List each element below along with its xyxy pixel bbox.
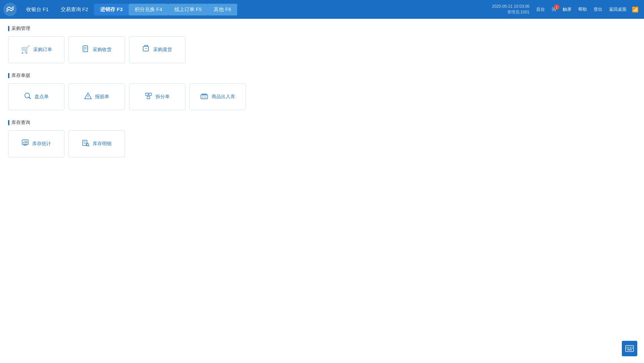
inout-label: 商品出入库 (212, 94, 235, 100)
touchscreen-button[interactable]: 触屏 (560, 5, 574, 14)
section-title-inventory-query: 库存查询 (8, 120, 636, 126)
section-title-inventory-docs: 库存单据 (8, 73, 636, 79)
svg-rect-41 (632, 348, 633, 349)
card-stocktake[interactable]: 盘点单 (8, 83, 65, 110)
svg-rect-26 (25, 141, 26, 144)
card-stock-stats[interactable]: 库存统计 (8, 130, 65, 157)
svg-rect-40 (630, 348, 631, 349)
purchase-order-icon: 🛒 (21, 45, 30, 54)
stock-stats-icon (22, 139, 29, 149)
damage-icon (84, 92, 92, 102)
svg-rect-28 (83, 140, 87, 146)
card-purchase-receipt[interactable]: 采购收货 (69, 36, 125, 63)
keyboard-button[interactable] (622, 341, 637, 356)
card-stock-detail[interactable]: 库存明细 (69, 130, 125, 157)
inventory-docs-cards-row: 盘点单 报损单 (8, 83, 636, 110)
card-purchase-return[interactable]: 采购退货 (129, 36, 185, 63)
stock-stats-label: 库存统计 (32, 141, 51, 147)
section-inventory-query: 库存查询 库存统计 (8, 120, 636, 157)
tab-other[interactable]: 其他 F6 (208, 4, 237, 15)
svg-rect-27 (26, 141, 27, 144)
split-icon (145, 92, 152, 102)
purchase-receipt-label: 采购收货 (93, 47, 112, 53)
datetime-text: 2020-05-21 10:03:06 (492, 4, 529, 9)
tab-online[interactable]: 线上订单 F5 (168, 4, 208, 15)
section-purchase-mgmt: 采购管理 🛒 采购订单 采购收货 (8, 26, 636, 63)
stock-detail-icon (82, 139, 89, 149)
logo-icon (3, 3, 17, 16)
svg-rect-13 (149, 93, 152, 95)
stock-detail-label: 库存明细 (93, 141, 112, 147)
header-datetime-admin: 2020-05-21 10:03:06 管理员:1001 (492, 4, 529, 15)
svg-line-8 (29, 97, 31, 99)
notification-badge: 1 (554, 4, 559, 10)
svg-rect-12 (145, 93, 148, 95)
main-content: 采购管理 🛒 采购订单 采购收货 (0, 19, 644, 363)
purchase-return-label: 采购退货 (153, 47, 172, 53)
admin-text: 管理员:1001 (492, 9, 529, 15)
purchase-cards-row: 🛒 采购订单 采购收货 (8, 36, 636, 63)
inventory-query-cards-row: 库存统计 库存明细 (8, 130, 636, 157)
tab-transaction[interactable]: 交易查询 F2 (55, 4, 94, 15)
purchase-receipt-icon (82, 45, 89, 54)
notification-button[interactable]: 消 1 (549, 5, 559, 14)
nav-tabs: 收银台 F1 交易查询 F2 进销存 F3 积分兑换 F4 线上订单 F5 其他… (20, 4, 492, 15)
card-damage[interactable]: 报损单 (69, 83, 125, 110)
logout-button[interactable]: 登出 (591, 5, 605, 14)
svg-rect-25 (23, 142, 24, 144)
svg-rect-5 (143, 46, 148, 51)
svg-rect-14 (147, 96, 150, 99)
svg-rect-38 (627, 348, 628, 349)
wifi-icon: 📶 (632, 6, 639, 13)
svg-rect-37 (632, 347, 633, 348)
svg-point-0 (3, 3, 17, 16)
svg-rect-34 (627, 347, 628, 348)
stocktake-icon (24, 92, 31, 102)
purchase-return-icon (142, 45, 150, 54)
desktop-button[interactable]: 返回桌面 (606, 5, 629, 14)
svg-rect-42 (627, 350, 632, 350)
header: 收银台 F1 交易查询 F2 进销存 F3 积分兑换 F4 线上订单 F5 其他… (0, 0, 644, 19)
stocktake-label: 盘点单 (35, 94, 49, 100)
header-right: 2020-05-21 10:03:06 管理员:1001 后台 消 1 触屏 帮… (492, 4, 639, 15)
section-inventory-docs: 库存单据 盘点单 (8, 73, 636, 110)
svg-rect-36 (630, 347, 631, 348)
svg-rect-35 (628, 347, 629, 348)
inout-icon (200, 92, 208, 102)
backend-button[interactable]: 后台 (533, 5, 548, 14)
tab-cashier[interactable]: 收银台 F1 (20, 4, 55, 15)
tab-points[interactable]: 积分兑换 F4 (129, 4, 168, 15)
purchase-order-label: 采购订单 (33, 47, 52, 53)
card-inout[interactable]: 商品出入库 (189, 83, 246, 110)
card-purchase-order[interactable]: 🛒 采购订单 (8, 36, 65, 63)
tab-inventory[interactable]: 进销存 F3 (94, 4, 129, 15)
svg-rect-39 (628, 348, 629, 349)
split-label: 拆分单 (156, 94, 170, 100)
section-title-purchase: 采购管理 (8, 26, 636, 32)
help-button[interactable]: 帮助 (575, 5, 590, 14)
damage-label: 报损单 (95, 94, 109, 100)
svg-line-32 (88, 146, 89, 146)
card-split[interactable]: 拆分单 (129, 83, 185, 110)
svg-point-11 (88, 97, 88, 98)
